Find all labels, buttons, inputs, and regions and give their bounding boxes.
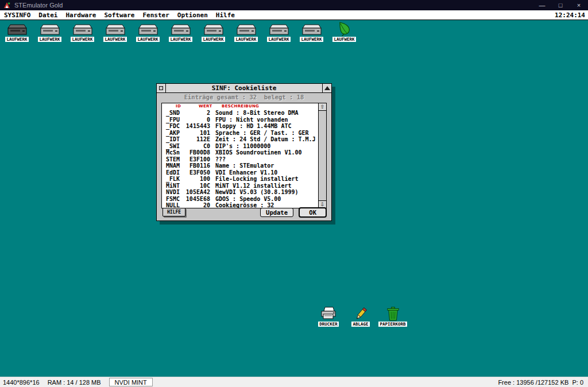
menu-item-datei[interactable]: Datei xyxy=(34,11,61,19)
cookie-row-MiNT: MiNT10CMiNT V1.12 installiert xyxy=(162,183,318,189)
desktop-icon-ablage-1[interactable]: ABLAGE xyxy=(347,306,374,327)
trash-icon xyxy=(386,306,400,321)
cookie-id: _SWI xyxy=(162,143,181,150)
desktop-drive-laufwerk-7[interactable]: LAUFWERK xyxy=(230,21,262,42)
icon-label: PAPIERKORB xyxy=(378,322,407,327)
cookie-id: MNAM xyxy=(162,162,181,169)
cookie-id: NVDI xyxy=(162,189,181,196)
desktop-drive-laufwerk-0[interactable]: LAUFWERK xyxy=(1,21,33,42)
emulator-screen: STEmulator Gold — □ × SYSINFODateiHardwa… xyxy=(0,0,588,387)
cookie-wert: 100 xyxy=(181,176,210,183)
cookie-id: McSn xyxy=(162,149,181,156)
cookie-wert: FB0116 xyxy=(181,162,210,169)
cookie-wert: FB00D8 xyxy=(181,149,210,156)
statusbar-ram: RAM : 14 / 128 MB xyxy=(40,379,101,386)
dialog-close-icon[interactable] xyxy=(157,84,166,92)
drive-icon xyxy=(204,21,223,36)
icon-label: LAUFWERK xyxy=(5,37,28,42)
dialog-fuller-icon[interactable] xyxy=(322,84,331,92)
desktop-drive-laufwerk-2[interactable]: LAUFWERK xyxy=(66,21,99,42)
cookie-desc: File-Locking installiert xyxy=(210,176,299,183)
vertical-scrollbar[interactable]: ⇧ ⇩ xyxy=(318,103,326,208)
cookie-list: ID WERT BESCHREIBUNG _SND2Sound : 8-Bit … xyxy=(161,103,327,208)
desktop-drive-laufwerk-9[interactable]: LAUFWERK xyxy=(295,21,328,42)
menu-item-fenster[interactable]: Fenster xyxy=(138,11,173,19)
desktop-drive-laufwerk-1[interactable]: LAUFWERK xyxy=(33,21,66,42)
cookie-desc: GDOS : Speedo V5.00 xyxy=(210,196,281,203)
cookie-row-MNAM: MNAMFB0116Name : STEmulator xyxy=(162,162,318,169)
cookie-desc: DIP's : 11000000 xyxy=(210,143,270,150)
drive-icon xyxy=(106,21,125,36)
cookie-row-STEM: STEME3F100??? xyxy=(162,156,318,163)
drive-icon-row: LAUFWERKLAUFWERKLAUFWERKLAUFWERKLAUFWERK… xyxy=(1,21,361,42)
icon-label: LAUFWERK xyxy=(71,37,94,42)
statusbar-free-memory: Free : 13956 /127152 KB P: 0 xyxy=(498,379,588,386)
desktop-drive-laufwerk-10[interactable]: LAUFWERK xyxy=(328,21,361,42)
drive-icon xyxy=(138,21,158,36)
cookie-id: FSMC xyxy=(162,196,181,203)
pencil-icon xyxy=(354,306,368,321)
cookie-row-NVDI: NVDI105EA42NewVDI V5.03 (30.8.1999) xyxy=(162,189,318,196)
cookie-id: _FDC xyxy=(162,123,181,130)
desktop-icon-drucker-0[interactable]: DRUCKER xyxy=(315,306,342,327)
cookie-wert: 112E xyxy=(181,136,210,143)
cookie-wert: E3F100 xyxy=(181,156,210,163)
cookie-wert: 1045E68 xyxy=(181,196,210,203)
menu-item-hardware[interactable]: Hardware xyxy=(61,11,100,19)
cookie-id: NULL xyxy=(162,202,181,208)
scroll-up-icon[interactable]: ⇧ xyxy=(319,103,326,111)
minimize-button[interactable]: — xyxy=(533,0,551,10)
cookie-id: _IDT xyxy=(162,136,181,143)
cookie-row-NULL: NULL20Cookiegrösse : 32 xyxy=(162,202,318,208)
window-title: STEmulator Gold xyxy=(14,2,63,9)
icon-label: DRUCKER xyxy=(318,322,339,327)
app-logo-icon xyxy=(3,2,11,9)
menu-item-software[interactable]: Software xyxy=(100,11,138,19)
cookie-desc: Floppy : HD 1.44MB ATC xyxy=(210,123,291,130)
cookie-id: _AKP xyxy=(162,130,181,137)
ok-button[interactable]: OK xyxy=(299,207,327,218)
desktop-drive-laufwerk-3[interactable]: LAUFWERK xyxy=(99,21,131,42)
drive-icon xyxy=(73,21,92,36)
maximize-button[interactable]: □ xyxy=(551,0,570,10)
cookie-wert: 105EA42 xyxy=(181,189,210,196)
icon-label: LAUFWERK xyxy=(103,37,126,42)
menu-item-hilfe[interactable]: Hilfe xyxy=(212,11,239,19)
cookie-wert: E3F050 xyxy=(181,169,210,176)
drive-icon xyxy=(269,21,289,36)
column-header-beschreibung: BESCHREIBUNG xyxy=(222,104,259,109)
cookie-row-_FPU: _FPU0FPU : Nicht vorhanden xyxy=(162,117,318,123)
gem-menubar: SYSINFODateiHardwareSoftwareFensterOptio… xyxy=(0,10,588,20)
cookie-wert: 101 xyxy=(181,130,210,137)
icon-label: ABLAGE xyxy=(351,322,369,327)
desktop-drive-laufwerk-4[interactable]: LAUFWERK xyxy=(131,21,164,42)
icon-label: LAUFWERK xyxy=(202,37,225,42)
desktop-icon-papierkorb-2[interactable]: PAPIERKORB xyxy=(379,306,407,327)
cookie-row-FSMC: FSMC1045E68GDOS : Speedo V5.00 xyxy=(162,196,318,203)
cookie-row-_SND: _SND2Sound : 8-Bit Stereo DMA xyxy=(162,110,318,117)
desktop-drive-laufwerk-6[interactable]: LAUFWERK xyxy=(197,21,230,42)
cookie-row-_FDC: _FDC1415443Floppy : HD 1.44MB ATC xyxy=(162,123,318,130)
dialog-titlebar[interactable]: SINF: Cookieliste xyxy=(157,84,331,93)
update-button[interactable]: Update xyxy=(260,208,293,217)
help-button[interactable]: HILFE xyxy=(163,208,185,216)
cookie-list-dialog: SINF: Cookieliste Einträge gesamt : 32 b… xyxy=(156,83,332,221)
leaf-icon xyxy=(336,21,352,36)
icon-label: LAUFWERK xyxy=(300,37,323,42)
cookie-desc: Name : STEmulator xyxy=(210,162,274,169)
cookie-row-EdDI: EdDIE3F050VDI Enhancer V1.10 xyxy=(162,169,318,176)
drive-icon xyxy=(171,21,191,36)
icon-label: LAUFWERK xyxy=(38,37,61,42)
cookie-row-_FLK: _FLK100File-Locking installiert xyxy=(162,176,318,183)
column-header-id: ID xyxy=(176,104,181,109)
close-button[interactable]: × xyxy=(570,0,588,10)
cookie-desc: VDI Enhancer V1.10 xyxy=(210,169,277,176)
menu-item-sysinfo[interactable]: SYSINFO xyxy=(0,11,34,19)
icon-label: LAUFWERK xyxy=(332,37,355,42)
desktop-drive-laufwerk-8[interactable]: LAUFWERK xyxy=(262,21,295,42)
icon-label: LAUFWERK xyxy=(234,37,257,42)
menu-item-optionen[interactable]: Optionen xyxy=(173,11,212,19)
cookie-rows: _SND2Sound : 8-Bit Stereo DMA_FPU0FPU : … xyxy=(162,110,318,208)
cookie-row-_IDT: _IDT112EZeit : 24 Std / Datum : T.M.J xyxy=(162,136,318,143)
desktop-drive-laufwerk-5[interactable]: LAUFWERK xyxy=(164,21,197,42)
